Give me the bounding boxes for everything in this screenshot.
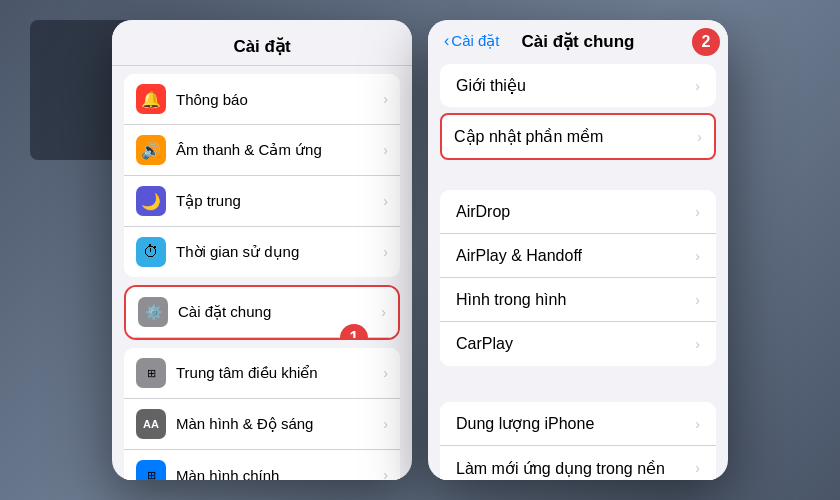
left-group-general: ⚙️ Cài đặt chung › 1 xyxy=(124,285,400,340)
right-screen-title: Cài đặt chung xyxy=(522,31,635,52)
software-update-item[interactable]: Cập nhật phần mềm › xyxy=(440,113,716,160)
back-chevron-icon: ‹ xyxy=(444,32,449,50)
list-item[interactable]: 🔊 Âm thanh & Cảm ứng › xyxy=(124,125,400,176)
badge-2: 2 xyxy=(692,28,720,56)
screens-container: Cài đặt 🔔 Thông báo › 🔊 Âm thanh & Cảm ứ… xyxy=(92,0,748,500)
left-screen-title: Cài đặt xyxy=(128,36,396,57)
homescreen-icon: ⊞ xyxy=(136,460,166,480)
item-label: Cài đặt chung xyxy=(178,303,381,321)
item-label: Tập trung xyxy=(176,192,383,210)
item-label: Màn hình chính xyxy=(176,467,383,481)
picture-in-picture-item[interactable]: Hình trong hình › xyxy=(440,278,716,322)
screentime-icon: ⏱ xyxy=(136,237,166,267)
intro-item[interactable]: Giới thiệu › xyxy=(440,64,716,107)
chevron-right-icon: › xyxy=(383,365,388,381)
item-label: AirPlay & Handoff xyxy=(456,247,695,265)
focus-icon: 🌙 xyxy=(136,186,166,216)
display-icon: AA xyxy=(136,409,166,439)
right-phone-screen: ‹ Cài đặt Cài đặt chung 2 Giới thiệu › C… xyxy=(428,20,728,480)
chevron-right-icon: › xyxy=(695,336,700,352)
item-label: Dung lượng iPhone xyxy=(456,414,695,433)
chevron-right-icon: › xyxy=(383,193,388,209)
control-center-icon: ⊞ xyxy=(136,358,166,388)
back-label: Cài đặt xyxy=(451,32,499,50)
chevron-right-icon: › xyxy=(697,129,702,145)
chevron-right-icon: › xyxy=(383,91,388,107)
item-label: Làm mới ứng dụng trong nền xyxy=(456,459,695,478)
list-item[interactable]: AA Màn hình & Độ sáng › xyxy=(124,399,400,450)
chevron-right-icon: › xyxy=(383,244,388,260)
chevron-right-icon: › xyxy=(695,460,700,476)
airplay-handoff-item[interactable]: AirPlay & Handoff › xyxy=(440,234,716,278)
list-item[interactable]: 🔔 Thông báo › xyxy=(124,74,400,125)
chevron-right-icon: › xyxy=(695,416,700,432)
left-screen-header: Cài đặt xyxy=(112,20,412,66)
chevron-right-icon: › xyxy=(381,304,386,320)
item-label: Thời gian sử dụng xyxy=(176,243,383,261)
item-label: Âm thanh & Cảm ứng xyxy=(176,141,383,159)
chevron-right-icon: › xyxy=(383,416,388,432)
storage-item[interactable]: Dung lượng iPhone › xyxy=(440,402,716,446)
chevron-right-icon: › xyxy=(695,292,700,308)
background-refresh-item[interactable]: Làm mới ứng dụng trong nền › xyxy=(440,446,716,480)
right-group-2: AirDrop › AirPlay & Handoff › Hình trong… xyxy=(440,190,716,366)
back-button[interactable]: ‹ Cài đặt xyxy=(444,32,500,50)
general-icon: ⚙️ xyxy=(138,297,168,327)
item-label: Trung tâm điều khiển xyxy=(176,364,383,382)
item-label: CarPlay xyxy=(456,335,695,353)
chevron-right-icon: › xyxy=(695,204,700,220)
list-item[interactable]: 🌙 Tập trung › xyxy=(124,176,400,227)
carplay-item[interactable]: CarPlay › xyxy=(440,322,716,366)
item-label: Hình trong hình xyxy=(456,291,695,309)
chevron-right-icon: › xyxy=(695,78,700,94)
chevron-right-icon: › xyxy=(383,142,388,158)
list-item[interactable]: ⊞ Trung tâm điều khiển › xyxy=(124,348,400,399)
item-label: AirDrop xyxy=(456,203,695,221)
left-settings-list: 🔔 Thông báo › 🔊 Âm thanh & Cảm ứng › 🌙 T… xyxy=(112,66,412,480)
divider-2 xyxy=(428,372,728,396)
list-item[interactable]: ⊞ Màn hình chính › xyxy=(124,450,400,480)
chevron-right-icon: › xyxy=(383,467,388,480)
left-group-3: ⊞ Trung tâm điều khiển › AA Màn hình & Đ… xyxy=(124,348,400,480)
left-phone-screen: Cài đặt 🔔 Thông báo › 🔊 Âm thanh & Cảm ứ… xyxy=(112,20,412,480)
item-label: Thông báo xyxy=(176,91,383,108)
item-label: Màn hình & Độ sáng xyxy=(176,415,383,433)
list-item[interactable]: ⏱ Thời gian sử dụng › xyxy=(124,227,400,277)
chevron-right-icon: › xyxy=(695,248,700,264)
right-screen-header: ‹ Cài đặt Cài đặt chung 2 xyxy=(428,20,728,58)
divider-1 xyxy=(428,160,728,184)
airdrop-item[interactable]: AirDrop › xyxy=(440,190,716,234)
item-label: Giới thiệu xyxy=(456,76,695,95)
sound-icon: 🔊 xyxy=(136,135,166,165)
item-label: Cập nhật phần mềm xyxy=(454,127,697,146)
right-settings-list: Giới thiệu › Cập nhật phần mềm › AirDrop… xyxy=(428,58,728,480)
right-group-3: Dung lượng iPhone › Làm mới ứng dụng tro… xyxy=(440,402,716,480)
notification-icon: 🔔 xyxy=(136,84,166,114)
left-group-1: 🔔 Thông báo › 🔊 Âm thanh & Cảm ứng › 🌙 T… xyxy=(124,74,400,277)
